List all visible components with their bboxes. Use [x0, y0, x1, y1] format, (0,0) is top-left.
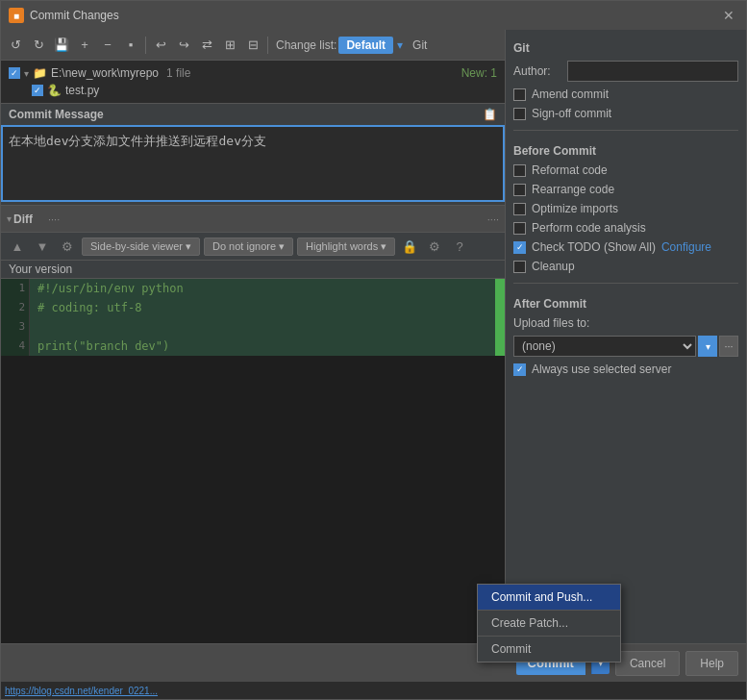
file-checkbox[interactable]: ✓ — [32, 85, 43, 96]
after-commit-title: After Commit — [513, 297, 738, 311]
right-panel: Git Author: Amend commit Sign-off commit… — [506, 30, 746, 643]
diff-divider: ···· — [48, 213, 60, 225]
commit-message-section: Commit Message 📋 — [1, 104, 505, 206]
changelist-button[interactable]: Default — [338, 37, 393, 54]
amend-commit-label: Amend commit — [532, 88, 609, 101]
diff-prev-button[interactable]: ▲ — [7, 236, 28, 257]
diff-line-2: 2 # coding: utf-8 — [1, 298, 505, 317]
diff-viewer-dropdown[interactable]: Side-by-side viewer ▾ — [82, 238, 200, 256]
cleanup-checkbox[interactable] — [513, 261, 526, 273]
line-content-2: # coding: utf-8 — [30, 298, 495, 317]
add-button[interactable]: + — [74, 35, 95, 56]
line-content-1: #!/usr/bin/env python — [30, 279, 495, 298]
repo-row[interactable]: ✓ ▾ 📁 E:\new_work\myrepo 1 file New: 1 — [1, 64, 505, 82]
diff-line-4: 4 print("branch dev") — [1, 337, 505, 356]
commit-message-icon[interactable]: 📋 — [483, 108, 497, 121]
file-tree: ✓ ▾ 📁 E:\new_work\myrepo 1 file New: 1 ✓… — [1, 61, 505, 104]
undo-button[interactable]: ↩ — [150, 35, 171, 56]
file-count: 1 file — [166, 66, 190, 80]
line-num-1: 1 — [1, 279, 30, 298]
diff-line-3: 3 — [1, 317, 505, 337]
always-use-server-label: Always use selected server — [532, 362, 671, 376]
commit-message-input[interactable] — [1, 125, 505, 202]
rearrange-code-checkbox[interactable] — [513, 184, 526, 196]
always-use-server-checkbox[interactable]: ✓ — [513, 363, 526, 376]
perform-analysis-label: Perform code analysis — [532, 221, 646, 235]
divider-2 — [513, 283, 738, 284]
diff-help-button[interactable]: ? — [449, 236, 470, 257]
diff-settings-button[interactable]: ⚙ — [57, 236, 78, 257]
mark-button[interactable]: ▪ — [120, 35, 141, 56]
changelist-dropdown[interactable]: ▾ — [397, 38, 403, 52]
commit-dropdown-menu: Commit and Push... Create Patch... Commi… — [477, 584, 621, 662]
author-input[interactable] — [567, 61, 738, 82]
url-link[interactable]: https://blog.csdn.net/kender_0221... — [5, 686, 158, 696]
move-button[interactable]: ⇄ — [196, 35, 217, 56]
diff-title: Diff — [13, 212, 33, 226]
file-name: test.py — [65, 84, 99, 97]
diff-highlight-dropdown[interactable]: Highlight words ▾ — [297, 238, 395, 256]
check-todo-checkbox[interactable]: ✓ — [513, 241, 526, 254]
highlight-label: Highlight words — [306, 240, 378, 252]
perform-analysis-row: Perform code analysis — [513, 221, 738, 235]
dropdown-item-create-patch[interactable]: Create Patch... — [478, 611, 620, 636]
upload-dropdown-arrow[interactable]: ▾ — [698, 336, 717, 357]
refresh-button[interactable]: ↺ — [5, 35, 26, 56]
diff-ignore-dropdown[interactable]: Do not ignore ▾ — [204, 238, 293, 256]
diff-lock-button[interactable]: 🔒 — [399, 236, 420, 257]
signoff-commit-checkbox[interactable] — [513, 108, 526, 120]
ignore-dropdown-icon: ▾ — [279, 240, 285, 253]
repo-checkbox[interactable]: ✓ — [9, 67, 20, 79]
optimize-imports-checkbox[interactable] — [513, 203, 526, 215]
always-use-server-row: ✓ Always use selected server — [513, 362, 738, 376]
folder-icon: 📁 — [33, 66, 47, 80]
cleanup-row: Cleanup — [513, 260, 738, 273]
left-panel: ↺ ↻ 💾 + − ▪ ↩ ↪ ⇄ ⊞ ⊟ Change list: Defau… — [1, 30, 506, 643]
remove-button[interactable]: − — [97, 35, 118, 56]
dropdown-item-commit[interactable]: Commit — [478, 637, 620, 662]
tree-collapse-icon[interactable]: ▾ — [24, 68, 29, 79]
redo-button[interactable]: ↪ — [173, 35, 194, 56]
amend-commit-row: Amend commit — [513, 88, 738, 101]
reformat-code-checkbox[interactable] — [513, 164, 526, 177]
line-num-4: 4 — [1, 337, 30, 356]
diff-your-version-label: Your version — [1, 261, 505, 279]
line-indicator-2 — [495, 298, 505, 317]
viewer-dropdown-icon: ▾ — [186, 240, 191, 253]
diff-toolbar: ▲ ▼ ⚙ Side-by-side viewer ▾ Do not ignor… — [1, 233, 505, 261]
update-button[interactable]: ↻ — [28, 35, 49, 56]
repo-path: E:\new_work\myrepo — [51, 66, 159, 80]
url-bar: https://blog.csdn.net/kender_0221... — [1, 682, 746, 699]
window-title: Commit Changes — [30, 9, 713, 22]
upload-select[interactable]: (none) — [513, 336, 696, 357]
separator-1 — [145, 37, 146, 54]
diff-next-button[interactable]: ▼ — [32, 236, 53, 257]
git-section-title: Git — [513, 41, 738, 55]
help-button[interactable]: Help — [685, 651, 738, 676]
save-button[interactable]: 💾 — [51, 35, 72, 56]
diff-section: ▾ Diff ···· ···· ▲ ▼ ⚙ Side-by-side view… — [1, 206, 505, 643]
new-badge: New: 1 — [461, 66, 497, 80]
rearrange-code-label: Rearrange code — [532, 183, 614, 196]
highlight-dropdown-icon: ▾ — [381, 240, 386, 253]
signoff-commit-row: Sign-off commit — [513, 107, 738, 120]
diff-gear-button[interactable]: ⚙ — [424, 236, 445, 257]
diff-collapse-icon[interactable]: ▾ — [7, 213, 12, 224]
commit-message-header: Commit Message 📋 — [1, 104, 505, 125]
file-row[interactable]: ✓ 🐍 test.py — [1, 82, 505, 99]
line-indicator-3 — [495, 317, 505, 337]
reformat-code-label: Reformat code — [532, 163, 608, 177]
dropdown-item-commit-push[interactable]: Commit and Push... — [478, 585, 620, 610]
collapse-all-button[interactable]: ⊟ — [242, 35, 263, 56]
close-button[interactable]: ✕ — [719, 6, 738, 25]
upload-more-button[interactable]: ··· — [719, 336, 738, 357]
expand-all-button[interactable]: ⊞ — [219, 35, 240, 56]
cancel-button[interactable]: Cancel — [615, 651, 680, 676]
diff-resize: ···· — [487, 213, 499, 225]
amend-commit-checkbox[interactable] — [513, 88, 526, 101]
author-label: Author: — [513, 64, 561, 78]
perform-analysis-checkbox[interactable] — [513, 222, 526, 235]
viewer-label: Side-by-side viewer — [90, 240, 183, 252]
reformat-code-row: Reformat code — [513, 163, 738, 177]
configure-link[interactable]: Configure — [661, 240, 711, 254]
